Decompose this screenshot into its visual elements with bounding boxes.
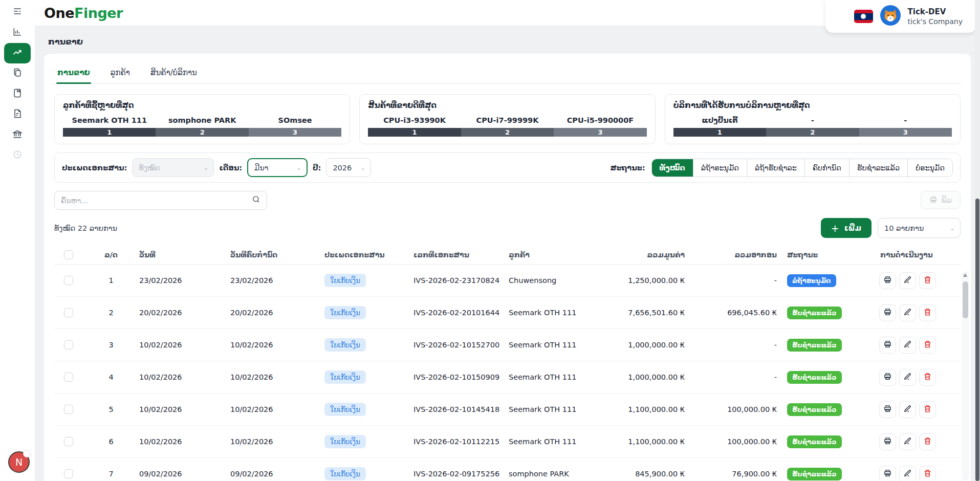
laos-flag-icon <box>854 10 873 23</box>
row-checkbox[interactable] <box>64 340 73 349</box>
doc-type-badge: ໃບເກັບເງິນ <box>324 435 366 448</box>
edit-row-button[interactable] <box>899 272 916 289</box>
col-header-date: ວັນທີ <box>139 251 230 259</box>
row-checkbox[interactable] <box>64 437 73 446</box>
avatar-status-dot <box>23 450 31 457</box>
delete-row-button[interactable] <box>919 337 936 354</box>
page-size-select[interactable]: 10 ລາຍການ ⌄ <box>878 218 961 238</box>
year-select[interactable]: 2026 ⌄ <box>326 158 371 177</box>
page-scrollbar[interactable] <box>975 0 980 481</box>
sidebar-item-history[interactable] <box>0 145 35 166</box>
printer-icon <box>883 275 892 286</box>
printer-icon <box>883 436 892 447</box>
sidebar-item-catalog[interactable] <box>0 84 35 104</box>
row-total: 1,250,000.00 ₭ <box>604 276 690 285</box>
sidebar-item-reports[interactable] <box>0 104 35 125</box>
col-header-total: ລວມມູນຄ່າ <box>604 251 690 259</box>
status-filter-option-5[interactable]: ບໍ່ອະນຸມັດ <box>907 159 952 177</box>
row-number: 7 <box>83 470 139 478</box>
edit-row-button[interactable] <box>899 466 916 481</box>
row-tax: 100,000.00 ₭ <box>690 438 782 446</box>
sidebar-item-documents[interactable] <box>0 63 35 84</box>
print-row-button[interactable] <box>879 304 896 321</box>
sidebar-item-sales[interactable] <box>4 43 31 63</box>
row-checkbox[interactable] <box>64 276 73 285</box>
row-checkbox[interactable] <box>64 308 73 317</box>
select-all-checkbox[interactable] <box>64 250 73 259</box>
col-header-no: ລ/ດ <box>83 251 139 259</box>
print-row-button[interactable] <box>879 401 896 418</box>
user-avatar[interactable]: N <box>8 451 30 473</box>
edit-row-button[interactable] <box>899 401 916 418</box>
status-filter-option-4[interactable]: ຮັບຊຳລະແລ້ວ <box>849 159 907 177</box>
sidebar-item-menu[interactable] <box>0 2 35 23</box>
print-row-button[interactable] <box>879 272 896 289</box>
status-filter-label: ສະຖານະ: <box>610 164 645 172</box>
edit-row-button[interactable] <box>899 304 916 321</box>
delete-row-button[interactable] <box>919 272 936 289</box>
delete-row-button[interactable] <box>919 369 936 386</box>
table-header-row: ລ/ດ ວັນທີ ວັນທີຄົບກຳນົດ ປະເພດເອກະສານ ເລກ… <box>54 245 961 265</box>
tab-1[interactable]: ລູກຄ້າ <box>110 65 131 83</box>
tab-2[interactable]: ສິນຄ້າ/ບໍລິການ <box>149 65 198 83</box>
stat-item-name: CPU-i7-99999K <box>461 116 554 124</box>
stat-bar-segment: 3 <box>859 128 952 137</box>
print-row-button[interactable] <box>879 433 896 450</box>
row-date: 10/02/2026 <box>139 438 230 446</box>
row-checkbox[interactable] <box>64 405 73 414</box>
row-number: 4 <box>83 373 139 381</box>
chevron-down-icon: ⌄ <box>296 164 301 171</box>
row-tax: - <box>690 373 782 381</box>
row-checkbox[interactable] <box>64 469 73 478</box>
stats-row: ລູກຄ້າທີ່ຊື້ຫຼາຍທີ່ສຸດSeemark OTH 111som… <box>54 94 961 144</box>
status-badge: ຮັບຊຳລະແລ້ວ <box>787 468 842 480</box>
table-scrollbar[interactable] <box>962 271 969 481</box>
status-filter-option-0[interactable]: ທັງໝົດ <box>652 159 693 177</box>
delete-row-button[interactable] <box>919 304 936 321</box>
edit-row-button[interactable] <box>899 369 916 386</box>
printer-icon <box>883 469 892 479</box>
print-button[interactable]: ພິມ <box>921 191 961 209</box>
stat-item-name: CPU-i3-93990K <box>368 116 461 124</box>
edit-row-button[interactable] <box>899 433 916 450</box>
month-select[interactable]: ມີນາ ⌄ <box>247 158 308 177</box>
stat-bar-segment: 3 <box>249 128 341 137</box>
row-doc-number: IVS-2026-02-23170824 <box>413 276 509 285</box>
row-checkbox[interactable] <box>64 373 73 382</box>
edit-row-button[interactable] <box>899 337 916 354</box>
search-icon[interactable] <box>252 195 260 206</box>
table-row: 2 20/02/2026 20/02/2026 ໃບເກັບເງິນ IVS-2… <box>54 297 961 329</box>
chevron-down-icon: ⌄ <box>360 164 365 171</box>
delete-row-button[interactable] <box>919 466 936 481</box>
stat-bar-segment: 2 <box>766 128 859 137</box>
book-icon <box>12 88 23 100</box>
status-badge: ລໍຖ້າອະນຸມັດ <box>787 274 836 287</box>
row-date: 23/02/2026 <box>139 276 230 285</box>
print-row-button[interactable] <box>879 369 896 386</box>
search-box <box>54 191 267 210</box>
stat-bar-segment: 1 <box>673 128 766 137</box>
status-filter-option-1[interactable]: ລໍຖ້າອະນຸມັດ <box>693 159 747 177</box>
row-date: 10/02/2026 <box>139 341 230 349</box>
doc-type-select[interactable]: ທັງໝົດ ⌄ <box>132 158 214 177</box>
trash-icon <box>923 275 932 286</box>
add-button[interactable]: + ເພີ່ມ <box>821 218 872 238</box>
print-row-button[interactable] <box>879 466 896 481</box>
row-tax: - <box>690 276 782 285</box>
tab-0[interactable]: ການຂາຍ <box>56 65 91 83</box>
row-total: 7,656,501.60 ₭ <box>604 309 690 317</box>
workspace-switcher[interactable]: Tick-DEV tick's Company <box>825 0 976 33</box>
delete-row-button[interactable] <box>919 401 936 418</box>
status-filter-option-3[interactable]: ຄົບກຳນົດ <box>804 159 849 177</box>
delete-row-button[interactable] <box>919 433 936 450</box>
sidebar-item-dashboard[interactable] <box>0 23 35 43</box>
count-row: ທັງໝົດ 22 ລາຍການ + ເພີ່ມ 10 ລາຍການ ⌄ <box>54 218 961 238</box>
sales-table: ລ/ດ ວັນທີ ວັນທີຄົບກຳນົດ ປະເພດເອກະສານ ເລກ… <box>54 245 961 481</box>
menu-collapse-icon <box>12 6 23 18</box>
sidebar-item-bank[interactable] <box>0 125 35 145</box>
row-date: 20/02/2026 <box>139 309 230 317</box>
search-input[interactable] <box>61 196 252 205</box>
row-number: 6 <box>83 438 139 446</box>
status-filter-option-2[interactable]: ລໍຖ້າຮັບຊຳລະ <box>747 159 804 177</box>
print-row-button[interactable] <box>879 337 896 354</box>
